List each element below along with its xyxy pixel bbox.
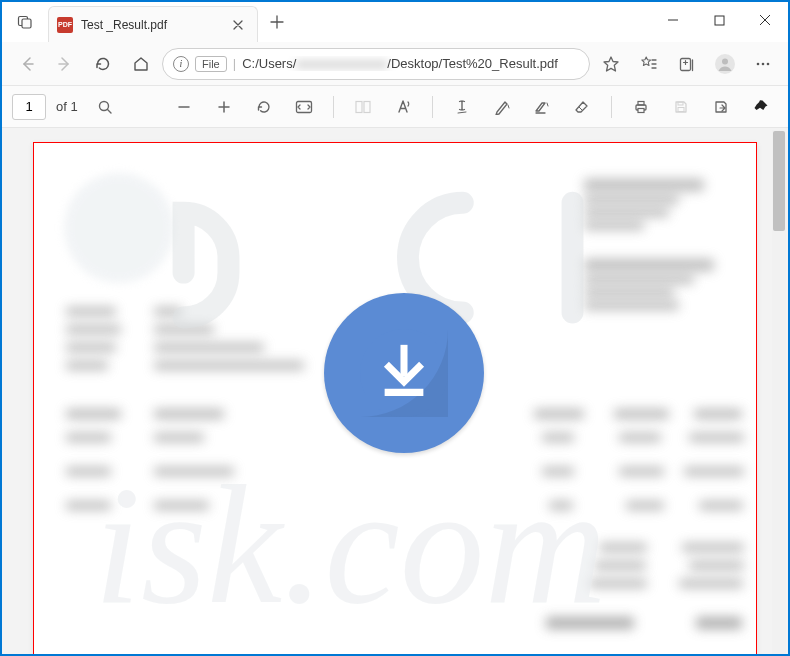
home-icon: [132, 55, 150, 73]
blurred-text: [154, 307, 182, 316]
read-aloud-button[interactable]: [386, 90, 420, 124]
tab-actions-button[interactable]: [2, 2, 48, 42]
blurred-text: [66, 325, 121, 334]
add-text-button[interactable]: [445, 90, 479, 124]
close-window-button[interactable]: [742, 2, 788, 38]
rotate-icon: [256, 99, 272, 115]
save-as-button[interactable]: [704, 90, 738, 124]
highlight-button[interactable]: [525, 90, 559, 124]
page-count-label: of 1: [56, 99, 78, 114]
window-controls: [650, 2, 788, 38]
address-bar[interactable]: i File | C:/Users/xxxxxxxxxxxxxx/Desktop…: [162, 48, 590, 80]
rotate-button[interactable]: [247, 90, 281, 124]
blurred-text: [682, 543, 744, 552]
arrow-right-icon: [56, 55, 74, 73]
blurred-text: [679, 579, 743, 588]
blurred-text: [614, 409, 669, 419]
blurred-text: [66, 343, 116, 352]
profile-icon: [714, 53, 736, 75]
favorites-list-button[interactable]: [632, 47, 666, 81]
fit-page-icon: [295, 100, 313, 114]
blurred-text: [154, 343, 264, 352]
blurred-text: [584, 221, 644, 230]
refresh-button[interactable]: [86, 47, 120, 81]
svg-rect-2: [715, 16, 724, 25]
erase-button[interactable]: [565, 90, 599, 124]
highlighter-icon: [533, 99, 551, 115]
site-info-icon[interactable]: i: [173, 56, 189, 72]
home-button[interactable]: [124, 47, 158, 81]
page-layout-icon: [354, 100, 372, 114]
blurred-text: [594, 561, 646, 570]
pdf-page: isk.com: [33, 142, 757, 656]
tab-close-button[interactable]: [227, 18, 249, 32]
window-titlebar: PDF Test _Result.pdf: [2, 2, 788, 42]
svg-point-8: [767, 62, 770, 65]
favorite-button[interactable]: [594, 47, 628, 81]
svg-point-5: [722, 58, 728, 64]
blurred-text: [584, 288, 674, 297]
url-path: C:/Users/xxxxxxxxxxxxxx/Desktop/Test%20_…: [242, 56, 579, 71]
forward-button[interactable]: [48, 47, 82, 81]
pin-icon: [753, 99, 769, 115]
blurred-text: [66, 501, 111, 510]
svg-rect-11: [356, 101, 362, 112]
blurred-text: [584, 275, 694, 284]
blurred-text: [546, 617, 634, 629]
page-number-input[interactable]: [12, 94, 46, 120]
page-view-button[interactable]: [346, 90, 380, 124]
close-icon: [233, 20, 243, 30]
blurred-text: [154, 501, 209, 510]
svg-point-7: [762, 62, 765, 65]
blurred-text: [154, 325, 214, 334]
eraser-icon: [574, 99, 590, 115]
browser-tab[interactable]: PDF Test _Result.pdf: [48, 6, 258, 42]
scrollbar-thumb[interactable]: [773, 131, 785, 231]
tabs-overview-icon: [17, 14, 33, 30]
maximize-button[interactable]: [696, 2, 742, 38]
save-as-icon: [713, 99, 729, 115]
blurred-text: [584, 195, 679, 204]
blurred-text: [699, 501, 743, 510]
draw-button[interactable]: [485, 90, 519, 124]
fit-page-button[interactable]: [287, 90, 321, 124]
zoom-in-button[interactable]: [207, 90, 241, 124]
print-button[interactable]: [624, 90, 658, 124]
blurred-text: [619, 467, 664, 476]
settings-menu-button[interactable]: [746, 47, 780, 81]
maximize-icon: [714, 15, 725, 26]
refresh-icon: [94, 55, 112, 73]
profile-button[interactable]: [708, 47, 742, 81]
svg-rect-16: [678, 102, 683, 105]
download-badge[interactable]: [324, 293, 484, 453]
blurred-text: [154, 467, 234, 476]
collections-icon: [678, 55, 696, 73]
pdf-search-button[interactable]: [88, 90, 122, 124]
star-lines-icon: [640, 55, 658, 73]
blurred-text: [696, 617, 742, 629]
new-tab-button[interactable]: [262, 7, 292, 37]
minimize-button[interactable]: [650, 2, 696, 38]
download-icon: [360, 329, 448, 417]
svg-rect-12: [364, 101, 370, 112]
pin-toolbar-button[interactable]: [744, 90, 778, 124]
blurred-text: [66, 409, 121, 419]
blurred-text: [694, 409, 742, 419]
blurred-text: [684, 467, 744, 476]
svg-text:isk.com: isk.com: [94, 451, 607, 639]
minimize-icon: [667, 14, 679, 26]
back-button[interactable]: [10, 47, 44, 81]
read-aloud-icon: [395, 99, 411, 115]
svg-rect-1: [22, 19, 31, 28]
svg-rect-17: [678, 107, 684, 111]
zoom-out-button[interactable]: [167, 90, 201, 124]
vertical-scrollbar[interactable]: [772, 130, 786, 654]
plus-icon: [216, 99, 232, 115]
svg-point-6: [757, 62, 760, 65]
pdf-viewport[interactable]: isk.com: [2, 128, 788, 656]
more-icon: [754, 55, 772, 73]
svg-rect-14: [638, 101, 644, 105]
blurred-text: [626, 501, 664, 510]
collections-button[interactable]: [670, 47, 704, 81]
save-button[interactable]: [664, 90, 698, 124]
